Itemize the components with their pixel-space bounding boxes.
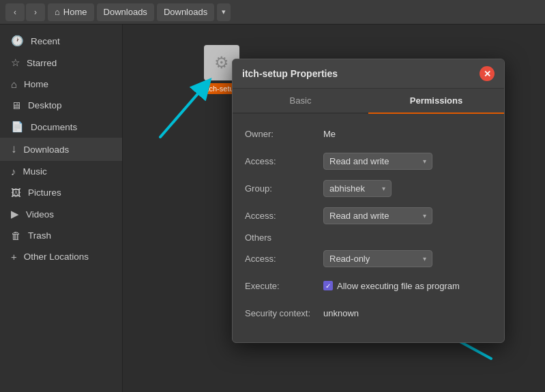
- dialog-tabs: Basic Permissions: [233, 89, 504, 114]
- titlebar: ‹ › ⌂ Home Downloads Downloads ▾: [0, 0, 545, 25]
- others-access-value: Read-only: [329, 254, 370, 264]
- nav-controls: ‹ ›: [5, 3, 45, 21]
- forward-button[interactable]: ›: [26, 3, 45, 21]
- group-arrow: ▾: [382, 185, 385, 192]
- sidebar-item-trash[interactable]: 🗑 Trash: [0, 225, 122, 246]
- others-access-label: Access:: [245, 254, 323, 264]
- check-icon: ✓: [325, 282, 331, 290]
- group-value: abhishek: [329, 183, 365, 194]
- security-value: unknown: [323, 308, 359, 318]
- execute-checkbox[interactable]: ✓: [323, 281, 333, 290]
- back-button[interactable]: ‹: [5, 3, 25, 21]
- breadcrumb-downloads1-label: Downloads: [104, 7, 147, 17]
- sidebar-pictures-label: Pictures: [28, 187, 61, 198]
- sidebar-item-recent[interactable]: 🕐 Recent: [0, 30, 122, 52]
- owner-access-arrow: ▾: [423, 157, 426, 165]
- sidebar-videos-label: Videos: [26, 209, 54, 220]
- sidebar-documents-label: Documents: [31, 122, 77, 132]
- group-access-dropdown[interactable]: Read and write ▾: [323, 207, 432, 224]
- dialog-header: itch-setup Properties ✕: [233, 59, 504, 89]
- others-section-label: Others: [245, 232, 492, 243]
- recent-icon: 🕐: [11, 35, 24, 47]
- group-access-arrow: ▾: [423, 212, 426, 220]
- others-access-arrow: ▾: [423, 255, 426, 262]
- sidebar-item-other-locations[interactable]: + Other Locations: [0, 246, 122, 267]
- tab-permissions[interactable]: Permissions: [368, 89, 504, 114]
- breadcrumb-home[interactable]: ⌂ Home: [48, 3, 94, 21]
- group-access-row: Access: Read and write ▾: [245, 205, 492, 226]
- sidebar-item-desktop[interactable]: 🖥 Desktop: [0, 95, 122, 116]
- group-dropdown[interactable]: abhishek ▾: [323, 180, 392, 197]
- group-row: Group: abhishek ▾: [245, 178, 492, 198]
- breadcrumb-downloads1[interactable]: Downloads: [97, 3, 154, 21]
- execute-label: Execute:: [245, 281, 323, 291]
- gear-icon: ⚙: [214, 53, 229, 72]
- other-locations-icon: +: [11, 251, 17, 262]
- owner-row: Owner: Me: [245, 123, 492, 144]
- dialog-body: Owner: Me Access: Read and write ▾ Group…: [233, 114, 504, 342]
- owner-access-label: Access:: [245, 156, 323, 166]
- file-content-area: ⚙ itch-setup itch-setup Pr: [123, 25, 545, 392]
- owner-access-row: Access: Read and write ▾: [245, 151, 492, 171]
- svg-line-2: [160, 86, 205, 137]
- documents-icon: 📄: [11, 121, 24, 133]
- sidebar-item-downloads[interactable]: ↓ Downloads: [0, 138, 122, 161]
- downloads-icon: ↓: [11, 142, 17, 156]
- sidebar-other-label: Other Locations: [24, 252, 89, 262]
- owner-value: Me: [323, 129, 336, 139]
- owner-label: Owner:: [245, 129, 323, 139]
- sidebar-item-home[interactable]: ⌂ Home: [0, 74, 122, 95]
- sidebar-item-starred[interactable]: ☆ Starred: [0, 52, 122, 74]
- sidebar-item-music[interactable]: ♪ Music: [0, 161, 122, 182]
- pictures-icon: 🖼: [11, 187, 21, 198]
- home-icon: ⌂: [55, 7, 60, 17]
- home-label: Home: [63, 7, 87, 17]
- owner-access-value: Read and write: [329, 156, 389, 166]
- music-icon: ♪: [11, 166, 16, 177]
- breadcrumb-dropdown[interactable]: ▾: [217, 3, 231, 21]
- properties-dialog: itch-setup Properties ✕ Basic Permission…: [232, 59, 505, 343]
- execute-row: Execute: ✓ Allow executing file as progr…: [245, 275, 492, 296]
- sidebar-desktop-label: Desktop: [28, 100, 62, 110]
- sidebar-music-label: Music: [23, 166, 47, 177]
- breadcrumb-downloads2-label: Downloads: [164, 7, 207, 17]
- trash-icon: 🗑: [11, 230, 21, 241]
- dialog-close-button[interactable]: ✕: [480, 66, 495, 81]
- starred-icon: ☆: [11, 57, 20, 69]
- videos-icon: ▶: [11, 208, 19, 220]
- sidebar-starred-label: Starred: [27, 58, 57, 68]
- others-access-dropdown[interactable]: Read-only ▾: [323, 250, 432, 267]
- sidebar-downloads-label: Downloads: [24, 145, 70, 155]
- sidebar-home-label: Home: [24, 79, 48, 89]
- main-layout: 🕐 Recent ☆ Starred ⌂ Home 🖥 Desktop 📄 Do…: [0, 25, 545, 392]
- sidebar-item-pictures[interactable]: 🖼 Pictures: [0, 182, 122, 203]
- execute-checkbox-label: Allow executing file as program: [337, 281, 460, 291]
- owner-access-dropdown[interactable]: Read and write ▾: [323, 153, 432, 170]
- desktop-icon: 🖥: [11, 100, 21, 111]
- group-access-label: Access:: [245, 211, 323, 221]
- security-label: Security context:: [245, 308, 323, 318]
- execute-checkbox-wrapper: ✓ Allow executing file as program: [323, 281, 460, 291]
- dialog-title: itch-setup Properties: [242, 68, 338, 79]
- security-row: Security context: unknown: [245, 303, 492, 323]
- breadcrumb-downloads2[interactable]: Downloads: [157, 3, 214, 21]
- sidebar-item-videos[interactable]: ▶ Videos: [0, 203, 122, 225]
- sidebar-recent-label: Recent: [31, 36, 60, 46]
- home-nav-icon: ⌂: [11, 78, 17, 90]
- others-access-row: Access: Read-only ▾: [245, 248, 492, 269]
- group-access-value: Read and write: [329, 211, 389, 221]
- sidebar: 🕐 Recent ☆ Starred ⌂ Home 🖥 Desktop 📄 Do…: [0, 25, 123, 392]
- sidebar-item-documents[interactable]: 📄 Documents: [0, 116, 122, 138]
- tab-basic[interactable]: Basic: [233, 89, 368, 112]
- sidebar-trash-label: Trash: [28, 230, 51, 241]
- group-label: Group:: [245, 183, 323, 194]
